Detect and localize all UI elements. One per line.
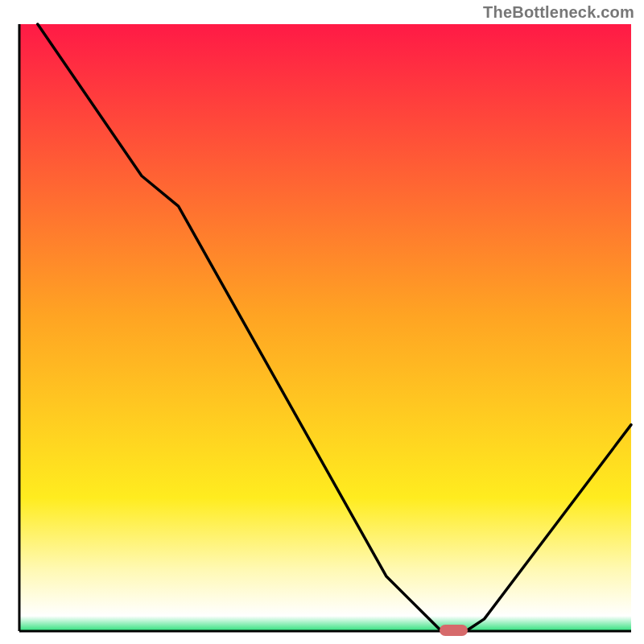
watermark-text: TheBottleneck.com bbox=[483, 3, 634, 22]
gradient-background bbox=[19, 24, 631, 631]
chart-svg bbox=[0, 0, 644, 644]
optimal-marker bbox=[440, 625, 467, 636]
bottleneck-chart: TheBottleneck.com bbox=[0, 0, 644, 644]
